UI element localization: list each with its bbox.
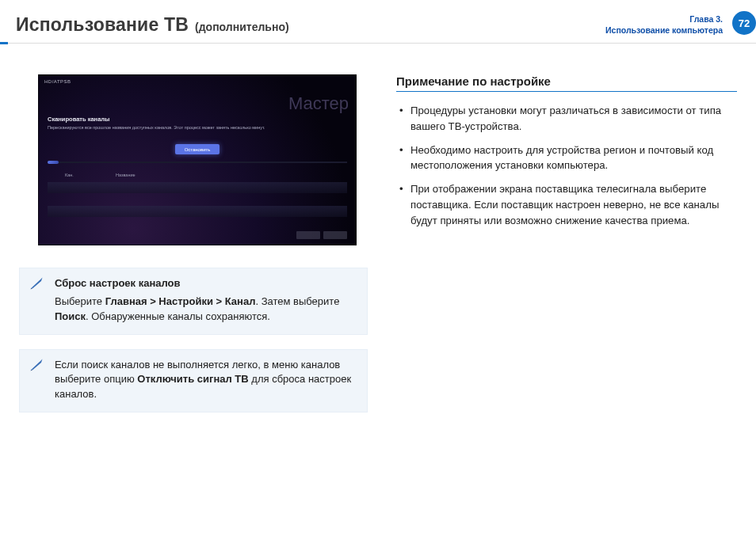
left-column: HD/ATPSB Мастер Сканировать каналы Перес… (19, 74, 368, 427)
section-rule (396, 91, 737, 92)
shot-scan-desc: Пересканируются все прошлое названия дос… (48, 125, 265, 130)
list-item: При отображении экрана поставщика телеси… (396, 181, 737, 228)
chapter-line1: Глава 3. (605, 13, 723, 25)
page-number: 72 (739, 17, 750, 29)
bullet-list: Процедуры установки могут различаться в … (396, 103, 737, 229)
page-number-badge: 72 (732, 11, 756, 35)
chapter-label: Глава 3. Использование компьютера (605, 13, 723, 36)
shot-col-channel: Кан. (65, 173, 74, 177)
header-meta: Глава 3. Использование компьютера 72 (550, 0, 756, 36)
shot-row (48, 206, 347, 217)
tv-wizard-screenshot: HD/ATPSB Мастер Сканировать каналы Перес… (38, 74, 357, 245)
page-root: Использование ТВ (дополнительно) Глава 3… (0, 0, 756, 536)
right-column: Примечание по настройке Процедуры устано… (396, 74, 737, 427)
page-title: Использование ТВ (16, 14, 189, 36)
page-header: Использование ТВ (дополнительно) Глава 3… (0, 0, 756, 54)
note-icon (29, 276, 44, 291)
shot-ghost-title: Мастер (288, 93, 349, 114)
shot-scan-title: Сканировать каналы (48, 116, 110, 123)
note-body: Выберите Главная > Настройки > Канал. За… (55, 295, 356, 325)
body-columns: HD/ATPSB Мастер Сканировать каналы Перес… (0, 54, 756, 427)
note-box: Если поиск каналов не выполняется легко,… (19, 349, 368, 413)
list-item: Процедуры установки могут различаться в … (396, 103, 737, 135)
list-item: Необходимо настроить для устройства реги… (396, 143, 737, 174)
shot-col-name: Название (116, 173, 136, 177)
shot-row (48, 182, 347, 193)
page-subtitle: (дополнительно) (195, 21, 289, 33)
shot-topbar: HD/ATPSB (44, 79, 71, 84)
shot-stop-button: Остановить (175, 144, 220, 154)
note-icon (29, 358, 44, 372)
chapter-line2: Использование компьютера (605, 25, 723, 36)
shot-footer-button (296, 231, 320, 239)
header-rule (0, 43, 756, 44)
note-body: Если поиск каналов не выполняется легко,… (55, 358, 356, 403)
shot-footer-button (323, 231, 347, 239)
shot-progress-bar (48, 162, 347, 163)
section-title: Примечание по настройке (396, 74, 737, 88)
note-box: Сброс настроек каналов Выберите Главная … (19, 268, 368, 335)
note-title: Сброс настроек каналов (55, 276, 356, 291)
